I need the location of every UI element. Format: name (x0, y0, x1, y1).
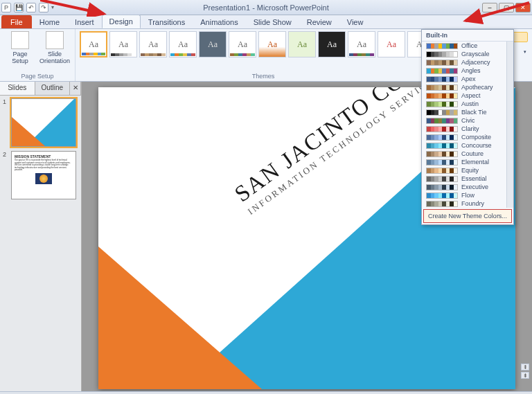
color-theme-row[interactable]: Austin (422, 100, 513, 108)
color-theme-row[interactable]: Adjacency (422, 58, 513, 66)
color-theme-row[interactable]: Civic (422, 116, 513, 125)
color-strip (426, 126, 458, 132)
tab-home[interactable]: Home (32, 15, 67, 28)
next-slide-icon[interactable]: ⇟ (521, 372, 529, 379)
color-theme-label: Apothecary (461, 84, 493, 91)
color-theme-row[interactable]: Elemental (422, 158, 513, 166)
color-theme-row[interactable]: Grayscale (422, 50, 513, 58)
thumb-number: 2 (3, 151, 8, 199)
tab-review[interactable]: Review (299, 15, 339, 28)
redo-icon[interactable]: ↷ (39, 3, 48, 12)
color-strip (426, 176, 458, 182)
color-theme-label: Adjacency (461, 59, 490, 66)
color-theme-row[interactable]: Aspect (422, 91, 513, 100)
color-strip (426, 134, 458, 141)
colors-menu: Built-In OfficeGrayscaleAdjacencyAnglesA… (421, 29, 514, 225)
page-setup-group-label: Page Setup (4, 71, 71, 81)
color-theme-row[interactable]: Equity (422, 166, 513, 174)
tab-design[interactable]: Design (102, 15, 141, 28)
page-setup-icon (11, 31, 29, 49)
create-new-theme-colors[interactable]: Create New Theme Colors... (423, 209, 512, 223)
color-theme-label: Clarity (461, 125, 479, 132)
theme-thumb[interactable]: Aa (258, 31, 286, 57)
panel-close-icon[interactable]: ✕ (70, 82, 81, 95)
color-theme-row[interactable]: Flow (422, 191, 513, 199)
color-strip (426, 109, 458, 116)
color-theme-label: Apex (461, 75, 476, 82)
color-strip (426, 68, 458, 74)
color-theme-label: Grayscale (461, 51, 490, 57)
theme-thumb[interactable]: Aa (348, 31, 375, 57)
color-theme-row[interactable]: Composite (422, 133, 513, 141)
color-strip (426, 151, 458, 157)
theme-gallery[interactable]: Aa Aa Aa Aa Aa Aa Aa Aa Aa Aa Aa Aa ▴ ▾ … (80, 31, 447, 57)
qat-more-icon[interactable]: ▾ (51, 4, 54, 10)
color-theme-row[interactable]: Angles (422, 66, 513, 75)
close-button[interactable]: ✕ (515, 3, 531, 12)
chevron-down-icon: ▾ (524, 49, 526, 55)
status-bar (0, 391, 532, 394)
color-theme-label: Foundry (461, 200, 484, 207)
outline-tab[interactable]: Outline (35, 82, 71, 95)
tab-file[interactable]: File (1, 15, 32, 28)
color-theme-label: Concourse (461, 142, 492, 149)
theme-thumb[interactable]: Aa (199, 31, 227, 57)
slide-orientation-button[interactable]: Slide Orientation (39, 31, 71, 64)
thumb2-body: Our goal at ITS is to provide the highes… (15, 159, 73, 172)
thumb2-image (35, 173, 52, 184)
color-strip (426, 101, 458, 107)
thumb-preview: MISSION STATEMENT Our goal at ITS is to … (11, 151, 76, 199)
theme-thumb[interactable]: Aa (378, 31, 405, 57)
theme-thumb[interactable]: Aa (80, 31, 107, 57)
color-strip (426, 159, 458, 165)
color-theme-label: Civic (461, 117, 475, 124)
color-theme-label: Angles (461, 67, 481, 74)
color-theme-row[interactable]: Essential (422, 174, 513, 183)
slide-thumbnail-2[interactable]: 2 MISSION STATEMENT Our goal at ITS is t… (3, 151, 78, 199)
slides-tab[interactable]: Slides (0, 82, 35, 95)
theme-thumb[interactable]: Aa (318, 31, 346, 57)
maximize-button[interactable]: ▢ (499, 3, 514, 12)
save-icon[interactable]: 💾 (14, 3, 24, 12)
theme-thumb[interactable]: Aa (229, 31, 256, 57)
slide-orientation-label: Slide Orientation (39, 51, 71, 64)
color-theme-row[interactable]: Concourse (422, 141, 513, 150)
theme-thumb[interactable]: Aa (169, 31, 197, 57)
tab-animations[interactable]: Animations (193, 15, 245, 28)
tab-view[interactable]: View (339, 15, 371, 28)
slides-panel: Slides Outline ✕ 1 2 MISSION STATEMENT O… (0, 82, 82, 391)
color-strip (426, 118, 458, 124)
color-theme-row[interactable]: Apex (422, 75, 513, 83)
color-strip (426, 43, 458, 49)
color-theme-row[interactable]: Office (422, 42, 513, 50)
color-theme-label: Essential (461, 175, 487, 182)
prev-slide-icon[interactable]: ⇞ (521, 364, 529, 370)
color-theme-row[interactable]: Apothecary (422, 83, 513, 91)
theme-thumb[interactable]: Aa (288, 31, 316, 57)
page-setup-button[interactable]: Page Setup (4, 31, 36, 64)
color-theme-row[interactable]: Foundry (422, 199, 513, 208)
color-theme-row[interactable]: Black Tie (422, 108, 513, 116)
tab-transitions[interactable]: Transitions (141, 15, 193, 28)
slide-thumbnail-1[interactable]: 1 (3, 98, 78, 147)
page-setup-label: Page Setup (4, 51, 36, 64)
color-strip (426, 192, 458, 199)
color-theme-row[interactable]: Clarity (422, 125, 513, 133)
tab-insert[interactable]: Insert (67, 15, 102, 28)
color-theme-row[interactable]: Executive (422, 183, 513, 191)
color-theme-label: Austin (461, 100, 479, 107)
tab-slideshow[interactable]: Slide Show (246, 15, 299, 28)
title-bar: P 💾 ↶ ↷ ▾ Presentation1 - Microsoft Powe… (0, 0, 532, 15)
minimize-button[interactable]: – (482, 3, 497, 12)
color-theme-label: Elemental (461, 159, 489, 165)
scrollbar[interactable] (506, 42, 513, 208)
ribbon-tabs: File Home Insert Design Transitions Anim… (0, 15, 532, 29)
color-theme-row[interactable]: Couture (422, 150, 513, 158)
colors-menu-list[interactable]: OfficeGrayscaleAdjacencyAnglesApexApothe… (422, 42, 513, 208)
color-theme-label: Couture (461, 150, 484, 157)
color-theme-label: Executive (461, 183, 488, 190)
color-strip (426, 93, 458, 99)
undo-icon[interactable]: ↶ (26, 3, 36, 12)
theme-thumb[interactable]: Aa (139, 31, 167, 57)
theme-thumb[interactable]: Aa (109, 31, 137, 57)
